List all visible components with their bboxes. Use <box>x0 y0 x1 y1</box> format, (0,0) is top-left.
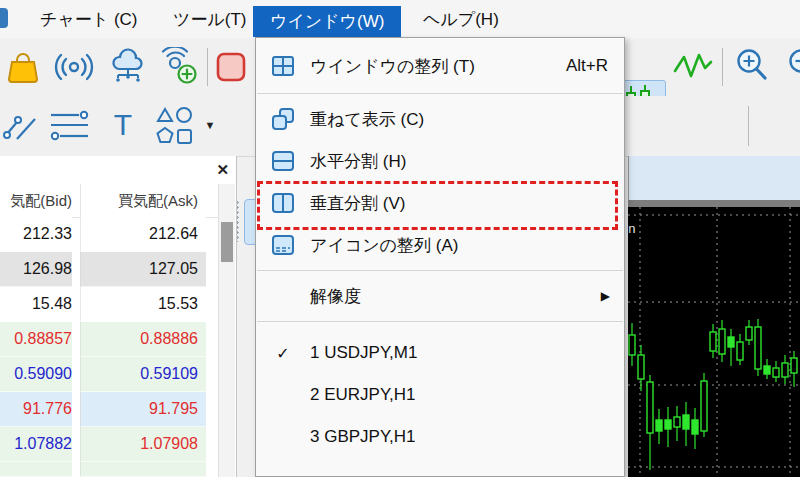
bid-column-header[interactable]: 気配(Bid) <box>0 184 72 217</box>
scrollbar[interactable] <box>218 184 235 477</box>
menu-bar: チャート (C) ツール(T) ウインドウ(W) ヘルプ(H) <box>0 0 800 39</box>
bid-cell <box>0 462 72 477</box>
application-window: チャート (C) ツール(T) ウインドウ(W) ヘルプ(H) <box>0 0 800 477</box>
candlestick-chart <box>628 207 800 477</box>
menu-item-label: 解像度 <box>310 285 601 308</box>
bid-cell: 91.776 <box>0 392 72 427</box>
ask-cell: 212.64 <box>80 217 206 252</box>
menu-item-label: 2 EURJPY,H1 <box>310 385 624 405</box>
menu-separator <box>257 270 623 271</box>
menu-item-label: アイコンの整列 (A) <box>310 234 624 257</box>
table-row[interactable]: 126.98 127.05 <box>0 252 218 287</box>
stop-square-icon[interactable] <box>212 48 250 86</box>
market-watch-titlebar: ✕ <box>0 156 235 184</box>
chart-window-border <box>628 200 800 207</box>
menu-item-window-3[interactable]: 3 GBPJPY,H1 <box>256 416 624 458</box>
menu-item-label: 重ねて表示 (C) <box>310 108 624 131</box>
broadcast-icon[interactable] <box>52 46 96 88</box>
table-row[interactable] <box>0 462 218 477</box>
menu-item-resolution[interactable]: 解像度 ▶ <box>256 275 624 317</box>
ask-cell: 0.59109 <box>80 357 206 392</box>
table-row[interactable]: 15.48 15.53 <box>0 287 218 322</box>
cloud-network-icon[interactable] <box>106 46 150 88</box>
ask-cell: 91.795 <box>80 392 206 427</box>
bid-cell: 0.59090 <box>0 357 72 392</box>
menu-item-cascade[interactable]: 重ねて表示 (C) <box>256 98 624 140</box>
chart-area[interactable]: en <box>628 207 800 477</box>
horizontal-lines-tool-icon[interactable] <box>46 105 94 147</box>
horizontal-split-icon <box>269 150 297 172</box>
menu-item-horizontal-split[interactable]: 水平分割 (H) <box>256 140 624 182</box>
menu-item-arrange-windows[interactable]: ウインドウの整列 (T) Alt+R <box>256 43 624 89</box>
close-icon[interactable]: ✕ <box>216 161 229 179</box>
zoom-in-icon[interactable] <box>730 45 776 89</box>
arrange-icons-icon <box>269 234 297 256</box>
zoom-out-icon[interactable] <box>782 45 800 89</box>
ask-cell: 127.05 <box>80 252 206 287</box>
menu-tools[interactable]: ツール(T) <box>163 7 257 33</box>
ask-cell <box>80 462 206 477</box>
market-watch-panel: ✕ 気配(Bid) 買気配(Ask) 212.33 212.64 126.98 … <box>0 156 237 477</box>
tile-windows-icon <box>269 55 297 77</box>
cascade-windows-icon <box>269 107 297 131</box>
chart-window-top-strip <box>628 156 800 200</box>
menu-help[interactable]: ヘルプ(H) <box>413 7 509 33</box>
bid-cell: 0.88857 <box>0 322 72 357</box>
table-row[interactable]: 91.776 91.795 <box>0 392 218 427</box>
menu-item-label: 1 USDJPY,M1 <box>310 343 624 363</box>
market-bag-icon[interactable] <box>2 46 44 88</box>
bid-cell: 15.48 <box>0 287 72 322</box>
app-icon <box>0 8 8 28</box>
market-watch-header: 気配(Bid) 買気配(Ask) <box>0 184 218 218</box>
table-row[interactable]: 0.88857 0.88886 <box>0 322 218 357</box>
table-row[interactable]: 0.59090 0.59109 <box>0 357 218 392</box>
text-tool-icon[interactable]: T <box>104 103 142 147</box>
window-dropdown-menu: ウインドウの整列 (T) Alt+R 重ねて表示 (C) 水平分割 (H) <box>255 37 625 477</box>
menu-separator <box>257 93 623 94</box>
menu-item-label: 水平分割 (H) <box>310 150 624 173</box>
ask-cell: 0.88886 <box>80 322 206 357</box>
menu-item-label: 3 GBPJPY,H1 <box>310 427 624 447</box>
trendline-tool-icon[interactable] <box>0 105 42 147</box>
menu-separator <box>257 321 623 322</box>
menu-item-window-1[interactable]: ✓ 1 USDJPY,M1 <box>256 332 624 374</box>
menu-chart[interactable]: チャート (C) <box>30 7 148 33</box>
menu-item-arrange-icons[interactable]: アイコンの整列 (A) <box>256 224 624 266</box>
table-row[interactable]: 1.07882 1.07908 <box>0 427 218 462</box>
menu-item-label: ウインドウの整列 (T) <box>310 55 566 78</box>
ask-cell: 15.53 <box>80 287 206 322</box>
menu-window[interactable]: ウインドウ(W) <box>253 6 401 37</box>
bid-cell: 126.98 <box>0 252 72 287</box>
checkmark-icon: ✓ <box>269 344 297 363</box>
bid-cell: 1.07882 <box>0 427 72 462</box>
shapes-dropdown-caret[interactable]: ▼ <box>200 110 220 140</box>
shapes-tool-icon[interactable] <box>152 103 198 149</box>
line-chart-icon[interactable] <box>670 48 716 86</box>
scrollbar-thumb[interactable] <box>221 222 233 262</box>
menu-shortcut: Alt+R <box>566 56 608 76</box>
table-row[interactable]: 212.33 212.64 <box>0 217 218 252</box>
menu-item-window-2[interactable]: 2 EURJPY,H1 <box>256 374 624 416</box>
ask-column-header[interactable]: 買気配(Ask) <box>80 184 206 217</box>
bid-cell: 212.33 <box>0 217 72 252</box>
radar-add-icon[interactable] <box>158 46 202 88</box>
ask-cell: 1.07908 <box>80 427 206 462</box>
red-highlight-box <box>257 181 618 230</box>
submenu-arrow-icon: ▶ <box>601 289 610 303</box>
